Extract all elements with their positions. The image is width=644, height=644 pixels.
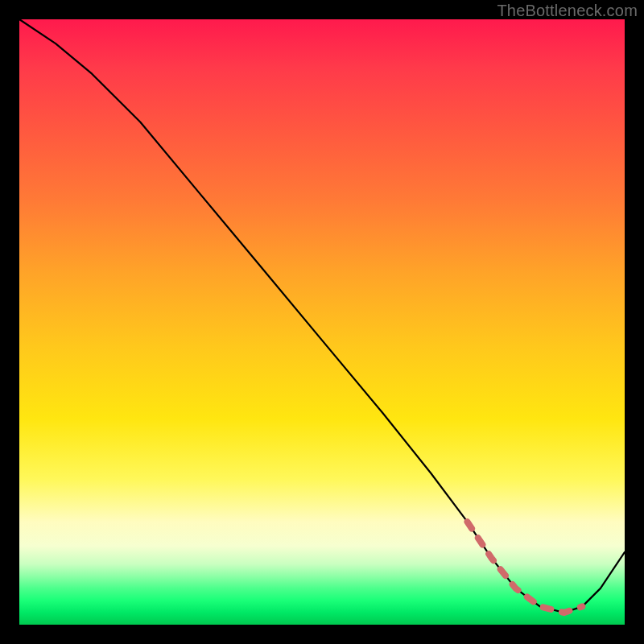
curve-layer: [19, 19, 625, 625]
watermark-text: TheBottleneck.com: [497, 2, 638, 20]
plot-area: [19, 19, 625, 625]
optimal-range-marker: [468, 522, 583, 613]
main-curve: [19, 19, 625, 613]
chart-frame: TheBottleneck.com: [0, 0, 644, 644]
